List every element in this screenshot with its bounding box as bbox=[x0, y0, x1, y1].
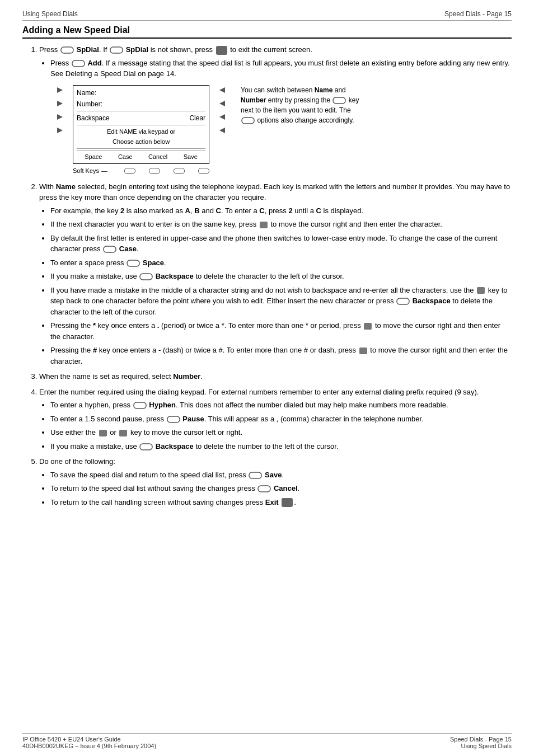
content-area: Press SpDial. If SpDial is not shown, pr… bbox=[22, 44, 512, 508]
screen-row-number: Number: bbox=[77, 99, 205, 109]
screen-divider1 bbox=[77, 111, 205, 111]
svg-rect-13 bbox=[258, 486, 270, 492]
footer-right-line2: Using Speed Dials bbox=[450, 743, 512, 749]
case-softkey-icon bbox=[103, 246, 116, 253]
note-box: You can switch between Name and Number e… bbox=[241, 85, 364, 125]
step2-bullet6: If you have made a mistake in the middle… bbox=[50, 285, 512, 318]
footer-right: Speed Dials - Page 15 Using Speed Dials bbox=[450, 736, 512, 749]
backspace-softkey-icon3 bbox=[139, 443, 153, 450]
softkey-icon-1 bbox=[124, 168, 135, 174]
nav-left-icon bbox=[477, 287, 485, 294]
soft-keys-dash: — bbox=[101, 166, 107, 176]
step4-bullet3: Use either the or key to move the cursor… bbox=[50, 427, 512, 438]
name-label: Name: bbox=[77, 88, 96, 98]
spdial-bold2: SpDial bbox=[126, 45, 148, 54]
svg-rect-7 bbox=[140, 274, 152, 280]
arrow-right-1 bbox=[57, 87, 63, 93]
step1-bullet1: Press Add. If a message stating that the… bbox=[50, 58, 512, 79]
nav-left-icon2 bbox=[99, 430, 107, 436]
svg-rect-3 bbox=[333, 97, 345, 104]
nav-right-icon-1 bbox=[260, 222, 268, 228]
step1-text: Press SpDial. If SpDial is not shown, pr… bbox=[39, 45, 312, 54]
step2-bullets: For example, the key 2 is also marked as… bbox=[50, 205, 512, 367]
header-left: Using Speed Dials bbox=[22, 10, 78, 18]
step2-bullet3: By default the first letter is entered i… bbox=[50, 233, 512, 255]
arrow-right-3 bbox=[57, 114, 63, 120]
softkey-cancel: Cancel bbox=[148, 152, 167, 162]
footer-right-line1: Speed Dials - Page 15 bbox=[450, 736, 512, 743]
softkey-icon-3 bbox=[174, 168, 185, 174]
clear-label: Clear bbox=[189, 113, 205, 123]
cancel-softkey-icon bbox=[257, 485, 271, 492]
step2-bullet8: Pressing the # key once enters a - (dash… bbox=[50, 345, 512, 367]
add-bold: Add bbox=[87, 59, 101, 67]
screen-row-name: Name: bbox=[77, 88, 205, 98]
screen-row-backspace: Backspace Clear bbox=[77, 113, 205, 123]
spdial-bold1: SpDial bbox=[76, 45, 99, 54]
step-5: Do one of the following: To save the spe… bbox=[39, 456, 512, 508]
header-right: Speed Dials - Page 15 bbox=[444, 10, 512, 18]
svg-rect-5 bbox=[104, 246, 116, 252]
step4-bullet1: To enter a hyphen, press Hyphen. This do… bbox=[50, 400, 512, 411]
softkeys-label-row: Soft Keys — bbox=[73, 166, 209, 176]
step4-bullets: To enter a hyphen, press Hyphen. This do… bbox=[50, 400, 512, 452]
nav-right-icon-2 bbox=[364, 323, 372, 330]
spdial-softkey-icon2 bbox=[110, 46, 123, 54]
svg-rect-8 bbox=[397, 298, 409, 304]
arrow-left-3 bbox=[219, 114, 225, 120]
svg-rect-12 bbox=[249, 472, 261, 478]
space-softkey-icon bbox=[127, 260, 140, 267]
exit-icon-2 bbox=[282, 498, 293, 507]
screen-divider2 bbox=[77, 125, 205, 125]
step4-bullet2: To enter a 1.5 second pause, press Pause… bbox=[50, 414, 512, 425]
soft-keys-label: Soft Keys bbox=[73, 166, 99, 176]
screen-divider3 bbox=[77, 148, 205, 149]
step5-bullet3: To return to the call handling screen wi… bbox=[50, 497, 512, 508]
step-2: With Name selected, begin entering text … bbox=[39, 181, 512, 367]
number-label: Number: bbox=[77, 99, 102, 109]
step2-intro: With Name selected, begin entering text … bbox=[39, 182, 510, 202]
softkey-save: Save bbox=[184, 152, 198, 162]
save-softkey-icon bbox=[249, 472, 262, 479]
arrow-right-2 bbox=[57, 101, 63, 106]
exit-icon bbox=[216, 46, 227, 55]
arrow-left-4 bbox=[219, 128, 225, 133]
step5-bullet1: To save the speed dial and return to the… bbox=[50, 469, 512, 481]
page-footer: IP Office 5420 + EU24 User's Guide 40DHB… bbox=[22, 733, 512, 749]
step4-bullet4: If you make a mistake, use Backspace to … bbox=[50, 441, 512, 452]
pause-softkey-icon bbox=[167, 416, 180, 423]
arrow-right-4 bbox=[57, 128, 63, 133]
screen-diagram: Name: Number: Backspace Clear Edi bbox=[73, 85, 209, 176]
add-softkey-icon bbox=[72, 60, 85, 67]
step2-bullet4: To enter a space press Space. bbox=[50, 257, 512, 269]
backspace-softkey-icon1 bbox=[139, 273, 153, 280]
step2-bullet5: If you make a mistake, use Backspace to … bbox=[50, 271, 512, 282]
step-4: Enter the number required using the dial… bbox=[39, 387, 512, 452]
softkey-space: Space bbox=[85, 152, 102, 162]
main-steps: Press SpDial. If SpDial is not shown, pr… bbox=[39, 44, 512, 508]
softkey-case: Case bbox=[118, 152, 133, 162]
svg-rect-11 bbox=[140, 444, 152, 450]
step-3: When the name is set as required, select… bbox=[39, 371, 512, 382]
note-softkey-icon2 bbox=[241, 117, 255, 124]
footer-left-line1: IP Office 5420 + EU24 User's Guide bbox=[22, 736, 156, 743]
page-header: Using Speed Dials Speed Dials - Page 15 bbox=[22, 10, 512, 21]
note-softkey-icon bbox=[332, 97, 346, 104]
page-title: Adding a New Speed Dial bbox=[22, 25, 512, 39]
step2-bullet1: For example, the key 2 is also marked as… bbox=[50, 205, 512, 217]
step2-bullet7: Pressing the * key once enters a . (peri… bbox=[50, 320, 512, 342]
screen-box: Name: Number: Backspace Clear Edi bbox=[73, 85, 209, 165]
spdial-softkey-icon1 bbox=[60, 46, 74, 54]
softkey-icon-4 bbox=[198, 168, 209, 174]
svg-rect-1 bbox=[110, 47, 123, 53]
backspace-label: Backspace bbox=[77, 113, 110, 123]
arrow-left-1 bbox=[219, 87, 225, 93]
softkey-icon-2 bbox=[149, 168, 160, 174]
svg-rect-2 bbox=[72, 60, 85, 67]
svg-rect-0 bbox=[61, 47, 73, 53]
footer-left: IP Office 5420 + EU24 User's Guide 40DHB… bbox=[22, 736, 156, 749]
screen-diagram-container: Name: Number: Backspace Clear Edi bbox=[73, 85, 512, 176]
hyphen-softkey-icon bbox=[133, 402, 147, 409]
svg-rect-6 bbox=[127, 260, 139, 266]
step5-bullet2: To return to the speed dial list without… bbox=[50, 483, 512, 494]
